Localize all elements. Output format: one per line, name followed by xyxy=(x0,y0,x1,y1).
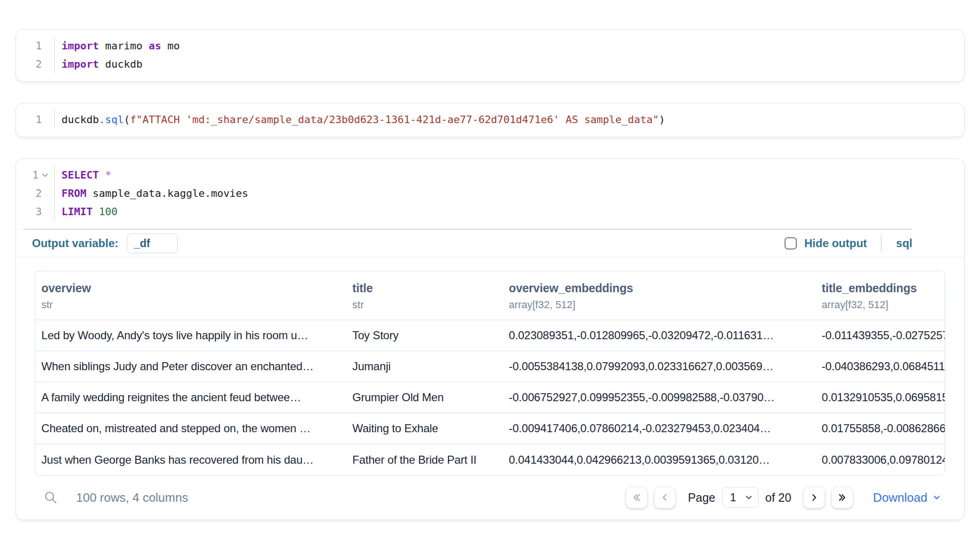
code-line: 1 import marimo as mo xyxy=(16,37,964,55)
row-count-summary: 100 rows, 4 columns xyxy=(76,490,188,505)
line-number-gutter: 1 xyxy=(16,110,55,129)
page-select-value: 1 xyxy=(730,491,736,504)
cell-title: Waiting to Exhale xyxy=(346,413,503,444)
line-number: 1 xyxy=(36,40,42,52)
search-icon[interactable] xyxy=(43,490,58,505)
cell-title-embeddings: 0.01755858,-0.00862866,0.0422115 xyxy=(816,413,945,444)
cell-title: Grumpier Old Men xyxy=(346,382,503,413)
table-row: Led by Woody, Andy's toys live happily i… xyxy=(35,320,945,351)
output-variable-input[interactable] xyxy=(127,233,178,253)
code-text[interactable]: LIMIT 100 xyxy=(55,206,117,218)
line-number-gutter: 2 xyxy=(16,184,55,202)
line-number-gutter: 1 xyxy=(16,37,55,55)
sql-cell: 1 SELECT * 2 FROM sample_data.kaggle.mov… xyxy=(16,158,964,520)
hide-output-label[interactable]: Hide output xyxy=(804,237,867,250)
cell-title-embeddings: 0.007833006,0.09780124,0.0221533 xyxy=(816,444,945,475)
cell-title-embeddings: -0.040386293,0.06845117,0.0137522 xyxy=(816,351,945,382)
code-text[interactable]: FROM sample_data.kaggle.movies xyxy=(55,187,248,199)
cell-overview-embeddings: -0.009417406,0.07860214,-0.023279453,0.0… xyxy=(503,413,816,444)
column-type: array[f32, 512] xyxy=(822,299,940,311)
cell-overview-embeddings: 0.023089351,-0.012809965,-0.03209472,-0.… xyxy=(503,320,816,351)
code-line: 2 import duckdb xyxy=(16,55,964,73)
hide-output-checkbox[interactable] xyxy=(785,237,797,249)
cell-overview-embeddings: 0.041433044,0.042966213,0.0039591365,0.0… xyxy=(503,444,816,475)
code-line: 1 SELECT * xyxy=(16,166,964,184)
cell-title: Toy Story xyxy=(346,320,503,351)
first-page-button[interactable] xyxy=(626,487,647,508)
pagination: Page 1 of 20 xyxy=(626,487,941,508)
cell-title: Jumanji xyxy=(346,351,503,382)
chevron-down-icon xyxy=(932,493,941,502)
cell-overview: When siblings Judy and Peter discover an… xyxy=(35,351,346,382)
line-number-gutter: 1 xyxy=(16,166,55,184)
cell-title-embeddings: -0.011439355,-0.02752577,0.031961977 xyxy=(816,320,945,351)
next-page-button[interactable] xyxy=(803,487,825,508)
download-button[interactable]: Download xyxy=(873,490,941,505)
page-count-label: of 20 xyxy=(765,491,792,505)
cell-overview: A family wedding reignites the ancient f… xyxy=(35,382,346,413)
line-number: 3 xyxy=(36,206,42,218)
output-variable-group: Output variable: xyxy=(32,233,178,253)
code-text[interactable]: duckdb.sql(f"ATTACH 'md:_share/sample_da… xyxy=(55,114,665,125)
code-cell-attach: 1 duckdb.sql(f"ATTACH 'md:_share/sample_… xyxy=(16,103,964,137)
cell-overview-embeddings: -0.0055384138,0.07992093,0.023316627,0.0… xyxy=(503,351,816,382)
column-header-title[interactable]: title str xyxy=(346,271,503,320)
code-text[interactable]: import marimo as mo xyxy=(55,40,180,52)
cell-title-embeddings: 0.0132910535,0.06958156,0.0208211 xyxy=(816,382,945,413)
page-label: Page xyxy=(688,491,715,505)
line-number: 1 xyxy=(32,169,39,181)
code-text[interactable]: import duckdb xyxy=(55,58,142,70)
cell-overview: Just when George Banks has recovered fro… xyxy=(35,444,346,475)
dataframe-table: overview str title str overview_embeddin… xyxy=(35,271,945,475)
table-header-row: overview str title str overview_embeddin… xyxy=(35,271,945,320)
line-number: 2 xyxy=(36,58,42,70)
column-header-overview[interactable]: overview str xyxy=(35,271,346,320)
table-row: A family wedding reignites the ancient f… xyxy=(35,382,945,413)
last-page-button[interactable] xyxy=(832,487,853,508)
line-number-gutter: 3 xyxy=(16,202,55,221)
table-row: Just when George Banks has recovered fro… xyxy=(35,444,945,475)
code-line: 3 LIMIT 100 xyxy=(16,202,964,221)
column-type: array[f32, 512] xyxy=(509,299,811,311)
column-header-overview-embeddings[interactable]: overview_embeddings array[f32, 512] xyxy=(503,271,816,320)
code-editor: 1 import marimo as mo 2 import duckdb xyxy=(16,30,964,81)
code-editor: 1 duckdb.sql(f"ATTACH 'md:_share/sample_… xyxy=(16,103,964,137)
download-label: Download xyxy=(873,490,927,505)
page-select[interactable]: 1 xyxy=(722,487,759,508)
column-type: str xyxy=(41,299,342,311)
code-line: 1 duckdb.sql(f"ATTACH 'md:_share/sample_… xyxy=(16,110,964,129)
vertical-divider xyxy=(881,235,882,251)
code-editor: 1 SELECT * 2 FROM sample_data.kaggle.mov… xyxy=(16,159,964,229)
line-number-gutter: 2 xyxy=(16,55,55,73)
chevron-left-icon xyxy=(660,492,670,503)
language-badge: sql xyxy=(896,237,912,250)
notebook: 1 import marimo as mo 2 import duckdb 1 … xyxy=(16,29,964,520)
column-header-title-embeddings[interactable]: title_embeddings array[f32, 512] xyxy=(816,271,945,320)
table-footer-left: 100 rows, 4 columns xyxy=(43,490,188,505)
table-row: When siblings Judy and Peter discover an… xyxy=(35,351,945,382)
cell-overview: Cheated on, mistreated and stepped on, t… xyxy=(35,413,346,444)
output-area: overview str title str overview_embeddin… xyxy=(16,257,964,520)
prev-page-button[interactable] xyxy=(654,487,676,508)
output-variable-bar: Output variable: Hide output sql xyxy=(16,230,964,257)
line-number: 1 xyxy=(36,114,42,125)
cell-title: Father of the Bride Part II xyxy=(346,444,503,475)
code-cell-imports: 1 import marimo as mo 2 import duckdb xyxy=(16,29,964,82)
fold-chevron-down-icon[interactable] xyxy=(41,171,49,179)
table-footer: 100 rows, 4 columns Page xyxy=(35,487,945,508)
output-options-group: Hide output sql xyxy=(785,235,912,251)
double-chevron-right-icon xyxy=(837,492,848,503)
output-variable-label: Output variable: xyxy=(32,237,118,250)
code-text[interactable]: SELECT * xyxy=(55,169,111,181)
table-row: Cheated on, mistreated and stepped on, t… xyxy=(35,413,945,444)
chevron-right-icon xyxy=(809,492,819,503)
code-line: 2 FROM sample_data.kaggle.movies xyxy=(16,184,964,202)
column-type: str xyxy=(352,299,498,311)
cell-overview: Led by Woody, Andy's toys live happily i… xyxy=(35,320,346,351)
cell-overview-embeddings: -0.006752927,0.099952355,-0.009982588,-0… xyxy=(503,382,816,413)
chevron-down-icon xyxy=(744,493,754,502)
line-number: 2 xyxy=(36,187,42,199)
double-chevron-left-icon xyxy=(631,492,642,503)
